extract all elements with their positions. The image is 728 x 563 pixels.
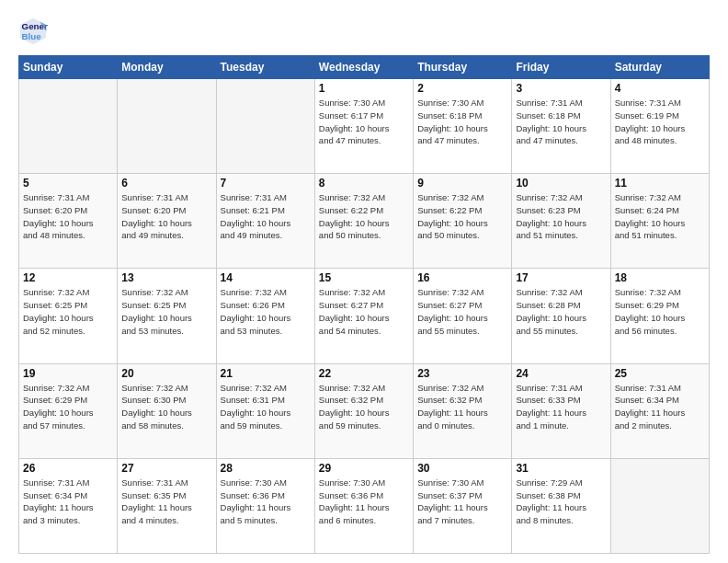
- day-info: Sunrise: 7:32 AM Sunset: 6:24 PM Dayligh…: [615, 191, 705, 242]
- day-info: Sunrise: 7:32 AM Sunset: 6:29 PM Dayligh…: [615, 286, 705, 337]
- day-number: 16: [417, 271, 507, 284]
- day-cell: 14Sunrise: 7:32 AM Sunset: 6:26 PM Dayli…: [216, 269, 314, 363]
- day-cell: 28Sunrise: 7:30 AM Sunset: 6:36 PM Dayli…: [216, 458, 314, 553]
- day-cell: 11Sunrise: 7:32 AM Sunset: 6:24 PM Dayli…: [610, 174, 709, 269]
- day-cell: 2Sunrise: 7:30 AM Sunset: 6:18 PM Daylig…: [414, 79, 512, 174]
- day-number: 18: [615, 271, 705, 284]
- day-number: 17: [516, 271, 606, 284]
- day-number: 9: [417, 177, 507, 190]
- day-cell: 26Sunrise: 7:31 AM Sunset: 6:34 PM Dayli…: [19, 458, 118, 553]
- day-cell: [610, 458, 709, 553]
- day-info: Sunrise: 7:30 AM Sunset: 6:37 PM Dayligh…: [417, 477, 507, 527]
- day-cell: 23Sunrise: 7:32 AM Sunset: 6:32 PM Dayli…: [414, 363, 512, 458]
- day-info: Sunrise: 7:32 AM Sunset: 6:31 PM Dayligh…: [221, 382, 311, 432]
- day-cell: 30Sunrise: 7:30 AM Sunset: 6:37 PM Dayli…: [414, 458, 512, 553]
- calendar: SundayMondayTuesdayWednesdayThursdayFrid…: [18, 55, 710, 554]
- day-cell: 9Sunrise: 7:32 AM Sunset: 6:22 PM Daylig…: [414, 174, 512, 269]
- day-cell: 31Sunrise: 7:29 AM Sunset: 6:38 PM Dayli…: [512, 458, 610, 553]
- day-number: 11: [615, 177, 705, 190]
- day-cell: 3Sunrise: 7:31 AM Sunset: 6:18 PM Daylig…: [512, 79, 610, 174]
- day-number: 10: [516, 177, 606, 190]
- day-info: Sunrise: 7:31 AM Sunset: 6:20 PM Dayligh…: [23, 191, 113, 242]
- day-number: 28: [221, 462, 311, 475]
- weekday-wednesday: Wednesday: [314, 56, 413, 79]
- day-cell: 1Sunrise: 7:30 AM Sunset: 6:17 PM Daylig…: [314, 79, 413, 174]
- day-cell: 19Sunrise: 7:32 AM Sunset: 6:29 PM Dayli…: [19, 363, 118, 458]
- weekday-monday: Monday: [118, 56, 216, 79]
- day-cell: 29Sunrise: 7:30 AM Sunset: 6:36 PM Dayli…: [314, 458, 413, 553]
- logo: General Blue: [18, 17, 51, 46]
- day-cell: 4Sunrise: 7:31 AM Sunset: 6:19 PM Daylig…: [610, 79, 709, 174]
- day-cell: 13Sunrise: 7:32 AM Sunset: 6:25 PM Dayli…: [118, 269, 216, 363]
- day-number: 23: [417, 367, 507, 380]
- day-info: Sunrise: 7:31 AM Sunset: 6:34 PM Dayligh…: [23, 477, 113, 527]
- day-cell: [216, 79, 314, 174]
- day-info: Sunrise: 7:32 AM Sunset: 6:29 PM Dayligh…: [23, 382, 113, 432]
- day-cell: 6Sunrise: 7:31 AM Sunset: 6:20 PM Daylig…: [118, 174, 216, 269]
- week-row-5: 26Sunrise: 7:31 AM Sunset: 6:34 PM Dayli…: [19, 458, 710, 553]
- day-cell: 20Sunrise: 7:32 AM Sunset: 6:30 PM Dayli…: [118, 363, 216, 458]
- week-row-1: 1Sunrise: 7:30 AM Sunset: 6:17 PM Daylig…: [19, 79, 710, 174]
- day-cell: 5Sunrise: 7:31 AM Sunset: 6:20 PM Daylig…: [19, 174, 118, 269]
- week-row-4: 19Sunrise: 7:32 AM Sunset: 6:29 PM Dayli…: [19, 363, 710, 458]
- day-cell: 8Sunrise: 7:32 AM Sunset: 6:22 PM Daylig…: [314, 174, 413, 269]
- logo-icon: General Blue: [18, 17, 48, 46]
- day-cell: 22Sunrise: 7:32 AM Sunset: 6:32 PM Dayli…: [314, 363, 413, 458]
- day-info: Sunrise: 7:31 AM Sunset: 6:19 PM Dayligh…: [615, 97, 705, 147]
- day-info: Sunrise: 7:32 AM Sunset: 6:28 PM Dayligh…: [516, 286, 606, 337]
- day-info: Sunrise: 7:29 AM Sunset: 6:38 PM Dayligh…: [516, 477, 606, 527]
- day-info: Sunrise: 7:31 AM Sunset: 6:33 PM Dayligh…: [516, 382, 606, 432]
- day-info: Sunrise: 7:32 AM Sunset: 6:30 PM Dayligh…: [121, 382, 211, 432]
- day-cell: 16Sunrise: 7:32 AM Sunset: 6:27 PM Dayli…: [414, 269, 512, 363]
- day-cell: 25Sunrise: 7:31 AM Sunset: 6:34 PM Dayli…: [610, 363, 709, 458]
- day-number: 25: [615, 367, 705, 380]
- header: General Blue: [18, 17, 710, 46]
- day-number: 27: [121, 462, 211, 475]
- day-info: Sunrise: 7:32 AM Sunset: 6:26 PM Dayligh…: [221, 286, 311, 337]
- day-number: 6: [121, 177, 211, 190]
- weekday-tuesday: Tuesday: [216, 56, 314, 79]
- day-number: 22: [319, 367, 409, 380]
- day-info: Sunrise: 7:30 AM Sunset: 6:17 PM Dayligh…: [319, 97, 409, 147]
- day-cell: 7Sunrise: 7:31 AM Sunset: 6:21 PM Daylig…: [216, 174, 314, 269]
- day-number: 30: [417, 462, 507, 475]
- day-number: 24: [516, 367, 606, 380]
- day-info: Sunrise: 7:31 AM Sunset: 6:18 PM Dayligh…: [516, 97, 606, 147]
- day-cell: 21Sunrise: 7:32 AM Sunset: 6:31 PM Dayli…: [216, 363, 314, 458]
- week-row-3: 12Sunrise: 7:32 AM Sunset: 6:25 PM Dayli…: [19, 269, 710, 363]
- day-info: Sunrise: 7:32 AM Sunset: 6:22 PM Dayligh…: [319, 191, 409, 242]
- day-cell: [19, 79, 118, 174]
- day-info: Sunrise: 7:32 AM Sunset: 6:25 PM Dayligh…: [23, 286, 113, 337]
- day-number: 7: [221, 177, 311, 190]
- day-number: 19: [23, 367, 113, 380]
- day-number: 26: [23, 462, 113, 475]
- day-number: 14: [221, 271, 311, 284]
- day-number: 15: [319, 271, 409, 284]
- day-info: Sunrise: 7:31 AM Sunset: 6:20 PM Dayligh…: [121, 191, 211, 242]
- day-cell: 17Sunrise: 7:32 AM Sunset: 6:28 PM Dayli…: [512, 269, 610, 363]
- weekday-sunday: Sunday: [19, 56, 118, 79]
- page: General Blue SundayMondayTuesdayWednesda…: [0, 0, 728, 563]
- day-cell: 24Sunrise: 7:31 AM Sunset: 6:33 PM Dayli…: [512, 363, 610, 458]
- day-info: Sunrise: 7:31 AM Sunset: 6:34 PM Dayligh…: [615, 382, 705, 432]
- day-info: Sunrise: 7:31 AM Sunset: 6:35 PM Dayligh…: [121, 477, 211, 527]
- day-cell: 10Sunrise: 7:32 AM Sunset: 6:23 PM Dayli…: [512, 174, 610, 269]
- weekday-saturday: Saturday: [610, 56, 709, 79]
- day-number: 21: [221, 367, 311, 380]
- day-info: Sunrise: 7:32 AM Sunset: 6:23 PM Dayligh…: [516, 191, 606, 242]
- day-info: Sunrise: 7:32 AM Sunset: 6:25 PM Dayligh…: [121, 286, 211, 337]
- day-number: 3: [516, 82, 606, 95]
- day-number: 29: [319, 462, 409, 475]
- weekday-friday: Friday: [512, 56, 610, 79]
- day-number: 8: [319, 177, 409, 190]
- day-number: 31: [516, 462, 606, 475]
- svg-text:Blue: Blue: [22, 31, 42, 41]
- day-cell: 27Sunrise: 7:31 AM Sunset: 6:35 PM Dayli…: [118, 458, 216, 553]
- day-number: 1: [319, 82, 409, 95]
- week-row-2: 5Sunrise: 7:31 AM Sunset: 6:20 PM Daylig…: [19, 174, 710, 269]
- day-info: Sunrise: 7:30 AM Sunset: 6:18 PM Dayligh…: [417, 97, 507, 147]
- day-number: 4: [615, 82, 705, 95]
- day-number: 2: [417, 82, 507, 95]
- day-info: Sunrise: 7:32 AM Sunset: 6:32 PM Dayligh…: [319, 382, 409, 432]
- day-cell: 18Sunrise: 7:32 AM Sunset: 6:29 PM Dayli…: [610, 269, 709, 363]
